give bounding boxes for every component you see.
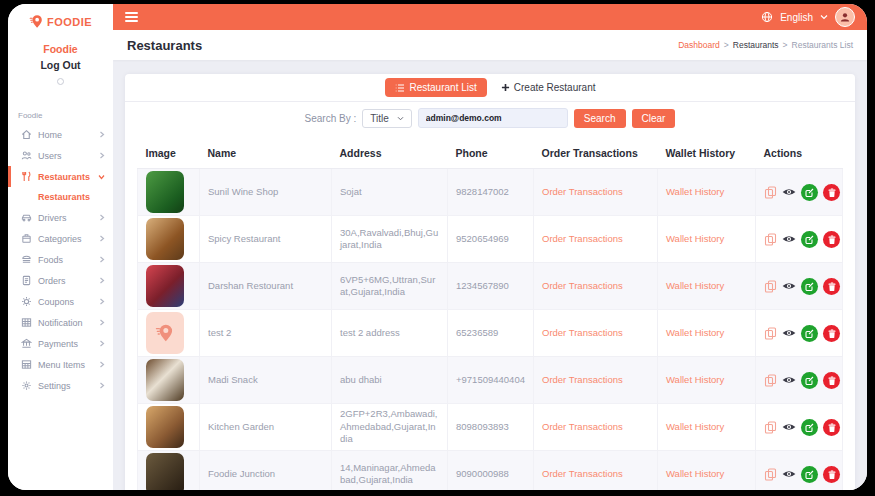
foodie-pin-icon [155,323,175,343]
topbar: English [113,4,867,30]
sidebar-item-coupons[interactable]: Coupons [8,291,113,312]
delete-button[interactable] [823,184,840,201]
brand-logo[interactable]: FOODIE [8,4,113,37]
box-icon [21,233,32,244]
breadcrumb-restaurants[interactable]: Restaurants [733,40,779,50]
language-selector[interactable]: English [780,12,813,23]
tab-restaurant-list[interactable]: Restaurant List [385,78,487,97]
view-eye-icon[interactable] [782,375,796,385]
order-transactions-link[interactable]: Order Transactions [542,280,623,291]
table-row: Darshan Restourant 6VP5+6MG,Uttran,Surat… [138,263,843,310]
wallet-history-link[interactable]: Wallet History [666,421,724,432]
order-transactions-link[interactable]: Order Transactions [542,468,623,479]
tab-create-restaurant[interactable]: Create Restaurant [501,82,596,93]
sidebar-subitem-restaurants[interactable]: Restaurants [8,187,113,207]
restaurant-image [146,218,184,260]
utensils-icon [21,171,32,182]
chevron-right-icon [99,256,105,263]
wallet-history-link[interactable]: Wallet History [666,186,724,197]
copy-icon[interactable] [764,421,777,434]
chevron-down-icon [397,116,404,121]
sidebar-item-foods[interactable]: Foods [8,249,113,270]
view-eye-icon[interactable] [782,422,796,432]
edit-button[interactable] [801,372,818,389]
copy-icon[interactable] [764,280,777,293]
sidebar-item-notification[interactable]: Notification [8,312,113,333]
col-address: Address [332,138,448,169]
view-eye-icon[interactable] [782,281,796,291]
search-button[interactable]: Search [574,109,626,128]
wallet-history-link[interactable]: Wallet History [666,280,724,291]
view-eye-icon[interactable] [782,234,796,244]
chevron-right-icon [99,152,105,159]
order-transactions-link[interactable]: Order Transactions [542,186,623,197]
logout-link[interactable]: Log Out [8,59,113,71]
view-eye-icon[interactable] [782,469,796,479]
search-filter-select[interactable]: Title [362,109,412,128]
content-area: Restaurant List Create Restaurant Search… [113,60,867,490]
edit-button[interactable] [801,278,818,295]
sidebar-item-payments[interactable]: Payments [8,333,113,354]
sidebar-item-settings[interactable]: Settings [8,375,113,396]
delete-button[interactable] [823,466,840,483]
plus-icon [501,83,510,92]
wallet-history-link[interactable]: Wallet History [666,468,724,479]
sidebar-item-drivers[interactable]: Drivers [8,207,113,228]
hamburger-menu-icon[interactable] [125,10,138,24]
sidebar-item-home[interactable]: Home [8,124,113,145]
copy-icon[interactable] [764,468,777,481]
breadcrumb-dashboard[interactable]: Dashboard [678,40,720,50]
table-row: Madi Snack abu dhabi +971509440404 Order… [138,357,843,404]
delete-button[interactable] [823,325,840,342]
delete-button[interactable] [823,419,840,436]
breadcrumb-restaurants-list: Restaurants List [792,40,853,50]
search-by-label: Search By : [305,113,357,124]
sidebar-item-users[interactable]: Users [8,145,113,166]
edit-button[interactable] [801,325,818,342]
user-avatar[interactable] [835,7,855,27]
restaurants-table-wrap: Image Name Address Phone Order Transacti… [125,134,855,490]
order-transactions-link[interactable]: Order Transactions [542,421,623,432]
copy-icon[interactable] [764,374,777,387]
copy-icon[interactable] [764,186,777,199]
copy-icon[interactable] [764,233,777,246]
restaurant-image [146,406,184,448]
order-transactions-link[interactable]: Order Transactions [542,374,623,385]
delete-button[interactable] [823,372,840,389]
clear-button[interactable]: Clear [632,109,676,128]
wallet-history-link[interactable]: Wallet History [666,327,724,338]
copy-icon[interactable] [764,327,777,340]
edit-button[interactable] [801,466,818,483]
edit-button[interactable] [801,419,818,436]
sidebar-item-categories[interactable]: Categories [8,228,113,249]
view-eye-icon[interactable] [782,328,796,338]
restaurants-card: Restaurant List Create Restaurant Search… [125,74,855,490]
sidebar-item-restaurants[interactable]: Restaurants [8,166,113,187]
car-icon [21,212,32,223]
search-input[interactable] [418,108,568,128]
sidebar-section-label: Foodie [8,85,113,124]
restaurant-image [146,265,184,307]
view-eye-icon[interactable] [782,187,796,197]
sidebar: FOODIE Foodie Log Out Foodie Home Users … [8,4,113,490]
sidebar-menu: Home Users Restaurants Restaurants Drive… [8,124,113,396]
wallet-history-link[interactable]: Wallet History [666,233,724,244]
col-phone: Phone [448,138,534,169]
foodie-pin-icon [29,14,44,29]
restaurant-image [146,171,184,213]
order-transactions-link[interactable]: Order Transactions [542,327,623,338]
table-icon [21,359,32,370]
profile-name: Foodie [8,43,113,55]
order-transactions-link[interactable]: Order Transactions [542,233,623,244]
edit-button[interactable] [801,231,818,248]
chevron-right-icon [99,235,105,242]
delete-button[interactable] [823,231,840,248]
delete-button[interactable] [823,278,840,295]
chevron-down-icon [98,174,105,180]
edit-button[interactable] [801,184,818,201]
sidebar-item-orders[interactable]: Orders [8,270,113,291]
table-row: Sunil Wine Shop Sojat 9828147002 Order T… [138,169,843,216]
sidebar-item-menu-items[interactable]: Menu Items [8,354,113,375]
chevron-down-icon[interactable] [820,14,828,20]
wallet-history-link[interactable]: Wallet History [666,374,724,385]
